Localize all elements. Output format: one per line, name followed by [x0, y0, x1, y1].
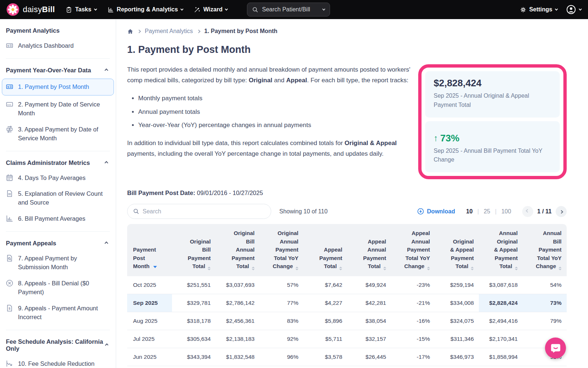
sidebar-item-label: 9. Appeals - Payment Amount Incorrect	[18, 304, 110, 322]
cell-value: 83%	[260, 312, 304, 330]
sort-icon	[383, 267, 386, 270]
sidebar-item-4-days-to-pay-averages[interactable]: 4. Days To Pay Averages	[6, 170, 110, 186]
brand-logo[interactable]: daisyBill	[7, 3, 55, 16]
daisy-flower-icon	[7, 3, 19, 16]
column-header-appeal-annual-payment-total-yoy-change[interactable]: Appeal Annual Payment Total YoY Change	[391, 224, 435, 276]
column-header-payment-post-month[interactable]: Payment Post Month	[127, 224, 172, 276]
chevron-up-icon	[105, 242, 108, 245]
stat-label: Sep 2025 - Annual Original & Appeal Paym…	[434, 91, 551, 110]
table-row-aug-2025: Aug 2025$318,178$2,456,36183%$5,896$38,0…	[127, 312, 567, 330]
search-input[interactable]	[143, 208, 265, 215]
sidebar-section-claims-administrator-metrics: Claims Administrator Metrics4. Days To P…	[6, 154, 110, 232]
settings-menu[interactable]: Settings	[520, 6, 557, 13]
column-header-annual-bill-payment-total-yoy-change[interactable]: Annual Bill Payment Total YoY Change	[523, 224, 567, 276]
sidebar-item-10-fee-schedule-reduction[interactable]: 10. Fee Schedule Reduction	[6, 356, 110, 368]
description-bullets: Monthly payment totalsAnnual payment tot…	[132, 93, 412, 130]
column-header-original-bill-payment-total[interactable]: Original Bill Payment Total	[172, 224, 216, 276]
cell-value: $1,858,994	[479, 348, 523, 366]
sidebar-section-header[interactable]: Fee Schedule Analysis: California Only	[6, 332, 110, 356]
page-size-25[interactable]: 25	[484, 208, 490, 215]
sort-icon	[339, 267, 342, 270]
nav-menu-reporting-analytics[interactable]: Reporting & Analytics	[108, 6, 183, 13]
sidebar-item-label: 10. Fee Schedule Reduction	[18, 360, 94, 368]
credit-card-icon	[6, 101, 13, 108]
column-header-original-appeal-payment-total[interactable]: Original & Appeal Payment Total	[435, 224, 479, 276]
page-size-selector: 10|25|100	[466, 208, 511, 215]
cell-value: $3,087,618	[479, 276, 523, 294]
stat-card-payment-total: $2,828,424 Sep 2025 - Annual Original & …	[425, 71, 560, 118]
sidebar-item-5-explanation-of-review-count-and-source[interactable]: 5. Explanation of Review Count and Sourc…	[6, 186, 110, 211]
table-row-sep-2025: Sep 2025$329,781$2,786,14277%$4,227$42,2…	[127, 294, 567, 312]
column-header-original-annual-payment-total-yoy-change[interactable]: Original Annual Payment Total YoY Change	[260, 224, 304, 276]
nav-menu-tasks[interactable]: Tasks	[66, 6, 96, 13]
cell-value: $2,456,361	[216, 312, 259, 330]
wand-icon	[194, 7, 200, 13]
sidebar-item-6-bill-payment-averages[interactable]: 6. Bill Payment Averages	[6, 211, 110, 227]
cell-value: $5,711	[304, 330, 347, 348]
search-icon	[133, 208, 139, 214]
breadcrumb-link-payment-analytics[interactable]: Payment Analytics	[145, 28, 193, 35]
brand-name: daisyBill	[23, 5, 55, 14]
home-icon[interactable]	[127, 28, 133, 35]
cell-value: $346,973	[435, 348, 479, 366]
column-header-annual-original-appeal-payment-total[interactable]: Annual Original & Appeal Payment Total	[479, 224, 523, 276]
cell-value: 77%	[260, 294, 304, 312]
column-header-original-bill-annual-payment-total[interactable]: Original Bill Annual Payment Total	[216, 224, 259, 276]
sidebar-item-analytics-dashboard[interactable]: $Analytics Dashboard	[6, 38, 110, 54]
next-page-button[interactable]	[556, 206, 567, 217]
circle-x-icon	[6, 279, 13, 287]
user-menu[interactable]	[566, 5, 581, 14]
description-bullet: Year-over-Year (YoY) percentage changes …	[138, 120, 412, 130]
chart-down-icon	[6, 360, 13, 367]
sidebar-item-2-payment-by-date-of-service-month[interactable]: 2. Payment by Date of Service Month	[6, 97, 110, 122]
cell-value: 96%	[260, 348, 304, 366]
chat-widget-button[interactable]	[545, 338, 566, 358]
sidebar-item-1-payment-by-post-month[interactable]: $1. Payment by Post Month	[2, 79, 114, 95]
sidebar-item-label: 1. Payment by Post Month	[18, 83, 89, 91]
sidebar-item-3-appeal-payment-by-date-of-service-month[interactable]: 3. Appeal Payment by Date of Service Mon…	[6, 122, 110, 147]
cell-month: Jun 2025	[127, 348, 172, 366]
sidebar-item-9-appeals-payment-amount-incorrect[interactable]: $9. Appeals - Payment Amount Incorrect	[6, 300, 110, 325]
chevron-up-icon	[105, 68, 108, 72]
cell-month: Aug 2025	[127, 312, 172, 330]
chevron-down-icon	[180, 7, 183, 10]
svg-text:$: $	[8, 307, 10, 310]
cell-value: $2,170,341	[479, 330, 523, 348]
sidebar-section-header[interactable]: Payment Year-Over-Year Data	[6, 61, 110, 77]
file-search-icon	[6, 255, 13, 262]
cell-value: $311,346	[435, 330, 479, 348]
cell-month: Oct 2025	[127, 276, 172, 294]
cell-value: 73%	[523, 294, 567, 312]
cell-value: 57%	[260, 276, 304, 294]
download-label: Download	[427, 208, 455, 215]
chevron-up-icon	[105, 161, 108, 165]
sidebar-section-header[interactable]: Claims Administrator Metrics	[6, 154, 110, 170]
sidebar-item-7-appeal-payment-by-submission-month[interactable]: 7. Appeal Payment by Submission Month	[6, 250, 110, 275]
cell-value: $343,394	[172, 348, 216, 366]
search-label: Search Patient/Bill	[262, 6, 310, 13]
sidebar-section-header[interactable]: Payment Appeals	[6, 234, 110, 250]
patient-bill-search[interactable]: Search Patient/Bill	[247, 3, 330, 17]
cell-value: $42,281	[347, 294, 391, 312]
sidebar-item-label: 2. Payment by Date of Service Month	[18, 100, 110, 118]
cell-value: 79%	[523, 312, 567, 330]
search-icon	[252, 7, 258, 13]
nav-menu-label: Reporting & Analytics	[117, 6, 178, 13]
sidebar-item-8-appeals-bill-denial-0-payment[interactable]: 8. Appeals - Bill Denial ($0 Payment)	[6, 275, 110, 300]
post-date-range: Bill Payment Post Date: 09/01/2016 - 10/…	[127, 190, 567, 196]
chevron-down-icon	[555, 7, 558, 10]
payments-table-wrap: Payment Post MonthOriginal Bill Payment …	[127, 224, 567, 366]
cell-month: Jul 2025	[127, 330, 172, 348]
column-header-appeal-payment-total[interactable]: Appeal Payment Total	[304, 224, 347, 276]
page-size-10[interactable]: 10	[466, 208, 473, 215]
cell-value: $2,138,183	[216, 330, 259, 348]
prev-page-button[interactable]	[522, 206, 533, 217]
page-size-100[interactable]: 100	[501, 208, 511, 215]
breadcrumb: Payment Analytics 1. Payment by Post Mon…	[127, 28, 567, 35]
column-header-appeal-annual-payment-total[interactable]: Appeal Annual Payment Total	[347, 224, 391, 276]
download-button[interactable]: Download	[417, 208, 455, 215]
nav-menu-wizard[interactable]: Wizard	[194, 6, 227, 13]
cell-value: $334,008	[435, 294, 479, 312]
svg-text:$: $	[7, 85, 9, 89]
cell-value: $49,924	[347, 276, 391, 294]
